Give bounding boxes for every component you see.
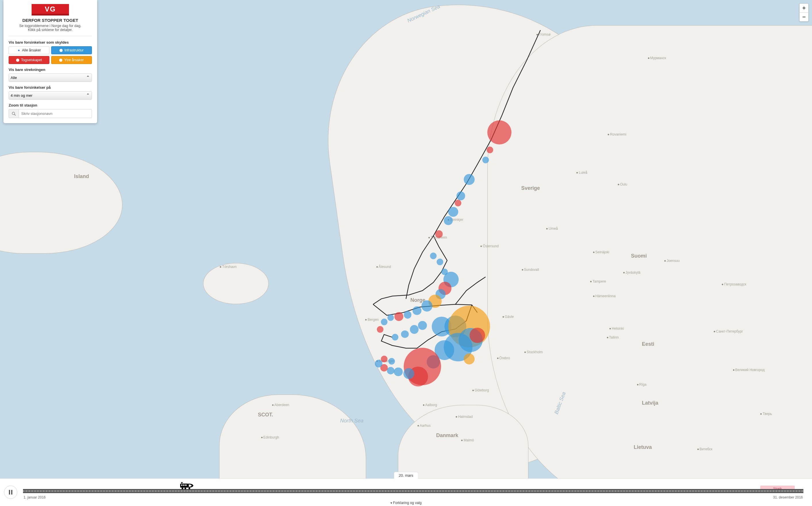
timeline-bar: 20. mars Streik 1. januar 2016 31. desem… bbox=[0, 479, 812, 506]
problem-dot[interactable] bbox=[394, 367, 403, 376]
svg-rect-13 bbox=[185, 485, 187, 486]
city-dot bbox=[497, 357, 499, 359]
cause-filter-all[interactable]: Alle årsaker bbox=[9, 46, 50, 54]
cause-filter-company[interactable]: Togselskapet bbox=[9, 56, 50, 64]
svg-point-3 bbox=[12, 112, 15, 114]
panel-title: DERFOR STOPPER TOGET bbox=[9, 18, 92, 23]
control-panel: VG DERFOR STOPPER TOGET Se togproblemene… bbox=[3, 0, 97, 123]
city-dot bbox=[536, 34, 538, 35]
panel-subtitle: Se togproblemene i Norge dag for dag. Kl… bbox=[9, 24, 92, 32]
problem-dot[interactable] bbox=[377, 326, 384, 333]
city-dot bbox=[261, 437, 263, 438]
search-icon bbox=[9, 109, 19, 118]
zoom-out-button[interactable]: − bbox=[800, 12, 808, 21]
timeline-end-label: 31. desember 2016 bbox=[773, 495, 803, 499]
problem-dot[interactable] bbox=[435, 230, 443, 238]
problem-dot[interactable] bbox=[487, 147, 493, 153]
timeline-track[interactable] bbox=[23, 489, 803, 493]
line-select[interactable]: Alle bbox=[9, 74, 92, 82]
play-pause-button[interactable] bbox=[4, 486, 17, 499]
vg-logo: VG bbox=[31, 4, 69, 15]
zoom-control: + − bbox=[799, 3, 809, 21]
city-dot bbox=[418, 425, 419, 426]
svg-rect-7 bbox=[180, 484, 188, 488]
svg-rect-1 bbox=[31, 14, 69, 15]
cause-filter-external[interactable]: Ytre årsaker bbox=[51, 56, 92, 64]
svg-text:VG: VG bbox=[45, 5, 56, 13]
city-dot bbox=[607, 337, 608, 338]
problem-dot[interactable] bbox=[413, 307, 422, 315]
problem-dot[interactable] bbox=[444, 216, 453, 225]
causes-label: Vis bare forsinkelser som skyldes bbox=[9, 40, 92, 45]
zoom-station-label: Zoom til stasjon bbox=[9, 103, 92, 107]
problem-dot[interactable] bbox=[392, 334, 398, 341]
problem-dot[interactable] bbox=[387, 367, 394, 374]
map-canvas[interactable]: Norwegian SeaNorth SeaBaltic SeaNorgeSve… bbox=[0, 0, 812, 506]
problem-dot[interactable] bbox=[394, 312, 403, 321]
problem-dot[interactable] bbox=[410, 325, 419, 334]
city-dot bbox=[648, 58, 649, 59]
zoom-in-button[interactable]: + bbox=[800, 4, 808, 12]
explain-toggle[interactable]: Forklaring og valg bbox=[390, 501, 422, 505]
city-dot bbox=[637, 384, 639, 386]
problem-dot[interactable] bbox=[482, 157, 489, 163]
svg-line-4 bbox=[14, 114, 15, 115]
problem-dot[interactable] bbox=[455, 199, 461, 206]
problem-dot[interactable] bbox=[387, 315, 394, 321]
delay-label: Vis bare forsinkelser på bbox=[9, 85, 92, 90]
delay-select[interactable]: 4 min og mer bbox=[9, 91, 92, 100]
city-dot bbox=[618, 184, 619, 185]
pause-icon bbox=[9, 490, 12, 495]
svg-marker-6 bbox=[181, 482, 183, 483]
cause-filter-infrastructure[interactable]: Infrastruktur bbox=[51, 46, 92, 54]
problem-dot[interactable] bbox=[381, 319, 387, 325]
problem-dot[interactable] bbox=[388, 358, 395, 365]
city-dot bbox=[697, 448, 699, 450]
city-dot bbox=[376, 266, 378, 268]
svg-rect-12 bbox=[183, 485, 184, 486]
line-label: Vis bare strekningen bbox=[9, 68, 92, 72]
city-dot bbox=[733, 369, 734, 371]
problem-dot[interactable] bbox=[487, 120, 511, 145]
problem-dot[interactable] bbox=[457, 191, 465, 200]
problem-dot[interactable] bbox=[430, 253, 437, 259]
current-date-tab: 20. mars bbox=[394, 472, 418, 479]
city-dot bbox=[593, 252, 594, 253]
timeline-start-label: 1. januar 2016 bbox=[23, 495, 46, 499]
city-dot bbox=[503, 316, 504, 318]
city-dot bbox=[428, 237, 430, 238]
problem-dot[interactable] bbox=[437, 258, 443, 265]
problem-dot[interactable] bbox=[401, 330, 409, 338]
city-dot bbox=[472, 390, 474, 391]
city-dot bbox=[522, 269, 523, 270]
problem-dot[interactable] bbox=[418, 321, 427, 330]
svg-rect-11 bbox=[181, 485, 182, 486]
problem-dot[interactable] bbox=[404, 311, 412, 319]
station-search-input[interactable] bbox=[19, 109, 92, 118]
problem-dot[interactable] bbox=[381, 355, 387, 362]
